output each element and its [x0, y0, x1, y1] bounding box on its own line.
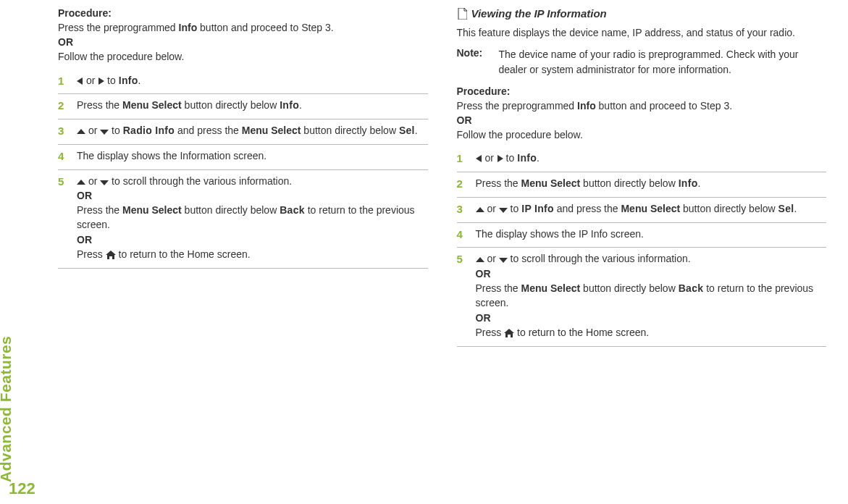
text: or: [83, 75, 98, 86]
text: button directly below: [301, 125, 398, 136]
step-body: Press the Menu Select button directly be…: [77, 98, 428, 114]
left-arrow-icon: [476, 155, 482, 162]
text: or: [484, 203, 499, 214]
step-body: The display shows the Information screen…: [77, 148, 428, 164]
intro-text: This feature displays the device name, I…: [457, 25, 827, 40]
text: or: [85, 125, 100, 136]
step: 5 or to scroll through the various infor…: [58, 170, 428, 269]
heading-text: Viewing the IP Information: [471, 7, 607, 20]
step-number: 5: [457, 251, 469, 341]
down-arrow-icon: [499, 258, 508, 263]
text: Press the: [476, 282, 521, 294]
text: Press: [77, 248, 106, 260]
step: 1 or to Info.: [58, 72, 428, 95]
step-body: or to IP Info and press the Menu Select …: [476, 201, 827, 217]
right-column: Viewing the IP Information This feature …: [457, 7, 827, 497]
down-arrow-icon: [100, 130, 109, 135]
section-heading: Viewing the IP Information: [457, 7, 827, 20]
text: .: [299, 99, 302, 111]
text: .: [415, 125, 418, 136]
text: .: [537, 152, 540, 164]
text: Press the: [476, 177, 521, 189]
up-arrow-icon: [77, 129, 85, 134]
menu-select-ref: Menu Select: [521, 177, 581, 189]
step-body: or to Radio Info and press the Menu Sele…: [77, 123, 428, 139]
step: 2 Press the Menu Select button directly …: [58, 94, 428, 119]
procedure-label: Procedure:: [457, 85, 827, 97]
step-number: 4: [457, 227, 469, 243]
or-line: OR: [476, 311, 827, 325]
text: button directly below: [182, 204, 280, 216]
text: button directly below: [580, 177, 678, 189]
left-column: Procedure: Press the preprogrammed Info …: [58, 7, 428, 497]
ui-term-info: Info: [280, 99, 299, 111]
procedure-intro2: Follow the procedure below.: [457, 127, 827, 142]
text: to: [104, 75, 118, 86]
procedure-intro2: Follow the procedure below.: [58, 49, 428, 64]
text: Press the preprogrammed: [457, 100, 578, 112]
or-line: OR: [77, 188, 428, 203]
step-number: 5: [58, 174, 70, 264]
step-number: 1: [457, 151, 469, 167]
left-arrow-icon: [77, 77, 83, 85]
step-body: The display shows the IP Info screen.: [476, 227, 827, 243]
text: and press the: [175, 125, 242, 136]
text: Press the: [77, 204, 122, 216]
down-arrow-icon: [499, 208, 508, 213]
text: button and proceed to Step 3.: [596, 100, 732, 112]
step-number: 2: [58, 98, 70, 114]
text: Press the: [77, 99, 122, 111]
step: 4 The display shows the IP Info screen.: [457, 223, 827, 248]
right-arrow-icon: [498, 155, 503, 162]
text: or: [482, 152, 497, 164]
procedure-intro: Press the preprogrammed Info button and …: [58, 20, 428, 35]
note-label: Note:: [457, 47, 492, 77]
section-title: Advanced Features: [0, 336, 14, 482]
steps-list: 1 or to Info. 2 Press the Menu Select bu…: [457, 149, 827, 347]
step-body: or to scroll through the various informa…: [476, 251, 827, 341]
steps-list: 1 or to Info. 2 Press the Menu Select bu…: [58, 72, 428, 269]
menu-select-ref: Menu Select: [122, 204, 182, 216]
text: button directly below: [680, 203, 778, 214]
info-button-ref: Info: [179, 22, 198, 33]
procedure-intro: Press the preprogrammed Info button and …: [457, 98, 827, 113]
or-line: OR: [58, 36, 428, 48]
text: button directly below: [580, 282, 678, 294]
text: button and proceed to Step 3.: [197, 22, 333, 33]
step: 1 or to Info.: [457, 149, 827, 172]
info-button-ref: Info: [577, 100, 596, 112]
ui-term-info: Info: [517, 152, 537, 164]
text: .: [794, 203, 797, 214]
ui-term-back: Back: [679, 282, 704, 294]
sidebar: Advanced Features 122: [0, 0, 43, 504]
or-line: OR: [77, 232, 428, 247]
step-number: 4: [58, 148, 70, 164]
text: to return to the Home screen.: [116, 248, 251, 260]
content: Procedure: Press the preprogrammed Info …: [43, 0, 848, 504]
menu-select-ref: Menu Select: [242, 125, 301, 136]
ui-term-back: Back: [280, 204, 305, 216]
step: 5 or to scroll through the various infor…: [457, 248, 827, 347]
page-container: Advanced Features 122 Procedure: Press t…: [0, 0, 848, 504]
text: to: [508, 203, 521, 214]
up-arrow-icon: [476, 257, 484, 262]
text: Press: [476, 327, 505, 338]
step-body: or to scroll through the various informa…: [77, 174, 428, 264]
or-line: OR: [457, 114, 827, 126]
up-arrow-icon: [476, 207, 484, 212]
text: to: [503, 152, 517, 164]
text: .: [138, 75, 141, 86]
ui-term-radio-info: Radio Info: [123, 125, 175, 136]
ui-term-info: Info: [679, 177, 698, 189]
down-arrow-icon: [100, 180, 109, 185]
text: to scroll through the various informatio…: [508, 253, 691, 264]
text: to: [109, 125, 122, 136]
text: and press the: [554, 203, 621, 214]
step: 3 or to IP Info and press the Menu Selec…: [457, 198, 827, 223]
document-icon: [457, 8, 467, 20]
or-line: OR: [476, 266, 827, 281]
note-text: The device name of your radio is preprog…: [499, 47, 827, 77]
step: 3 or to Radio Info and press the Menu Se…: [58, 119, 428, 145]
ui-term-ip-info: IP Info: [521, 203, 554, 214]
step-body: or to Info.: [77, 73, 428, 89]
